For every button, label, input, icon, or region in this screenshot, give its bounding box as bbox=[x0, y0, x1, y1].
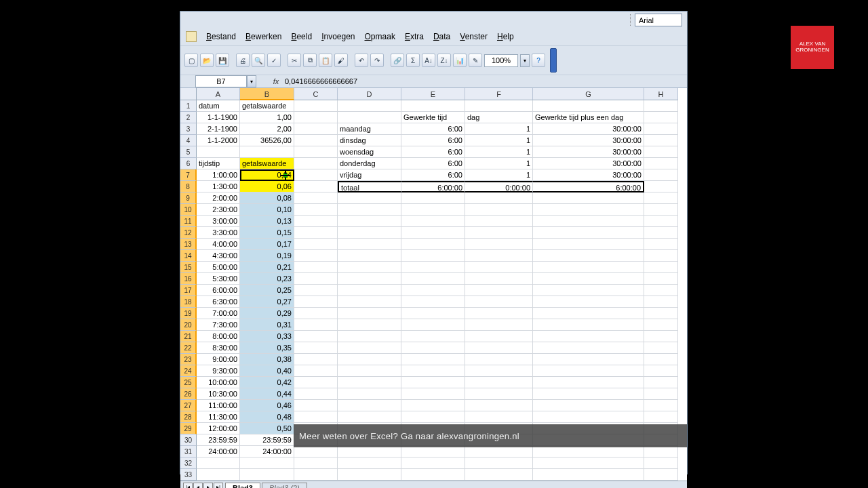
cell-B26[interactable]: 0,44 bbox=[240, 388, 294, 400]
cell-D8[interactable]: totaal bbox=[338, 181, 401, 192]
cell-F33[interactable] bbox=[465, 469, 533, 481]
cell-C1[interactable] bbox=[294, 100, 338, 112]
cell-A8[interactable]: 1:30:00 bbox=[197, 181, 240, 192]
cell-B4[interactable]: 36526,00 bbox=[240, 135, 294, 146]
cell-G18[interactable] bbox=[533, 296, 644, 308]
cell-D22[interactable] bbox=[338, 342, 401, 354]
cell-A12[interactable]: 3:30:00 bbox=[197, 227, 240, 239]
cell-E26[interactable] bbox=[401, 388, 465, 400]
cell-B19[interactable]: 0,29 bbox=[240, 308, 294, 319]
row-header-10[interactable]: 10 bbox=[180, 204, 197, 216]
cell-F31[interactable] bbox=[465, 446, 533, 458]
paste-button[interactable]: 📋 bbox=[319, 54, 332, 67]
cell-A5[interactable] bbox=[197, 146, 240, 158]
cell-E12[interactable] bbox=[401, 227, 465, 239]
cell-F20[interactable] bbox=[465, 319, 533, 331]
cell-F12[interactable] bbox=[465, 227, 533, 239]
cell-B3[interactable]: 2,00 bbox=[240, 123, 294, 135]
grid[interactable]: ABCDEFGH 1datumgetalswaarde21-1-19001,00… bbox=[180, 88, 687, 481]
preview-button[interactable]: 🔍 bbox=[252, 54, 265, 67]
cell-E28[interactable] bbox=[401, 411, 465, 423]
cell-G6[interactable]: 30:00:00 bbox=[533, 158, 644, 169]
cell-A1[interactable]: datum bbox=[197, 100, 240, 112]
cell-B11[interactable]: 0,13 bbox=[240, 216, 294, 227]
cell-E23[interactable] bbox=[401, 354, 465, 365]
cell-C15[interactable] bbox=[294, 262, 338, 273]
cell-H24[interactable] bbox=[644, 365, 678, 377]
tab-nav-prev[interactable]: ◂ bbox=[193, 483, 203, 489]
cell-D19[interactable] bbox=[338, 308, 401, 319]
cell-B28[interactable]: 0,48 bbox=[240, 411, 294, 423]
cell-H19[interactable] bbox=[644, 308, 678, 319]
cell-F19[interactable] bbox=[465, 308, 533, 319]
cell-C3[interactable] bbox=[294, 123, 338, 135]
menu-extra[interactable]: Extra bbox=[401, 30, 428, 43]
select-all-corner[interactable] bbox=[180, 88, 197, 100]
cell-A22[interactable]: 8:30:00 bbox=[197, 342, 240, 354]
cell-D24[interactable] bbox=[338, 365, 401, 377]
cell-B31[interactable]: 24:00:00 bbox=[240, 446, 294, 458]
cell-D23[interactable] bbox=[338, 354, 401, 365]
cell-E15[interactable] bbox=[401, 262, 465, 273]
cell-G15[interactable] bbox=[533, 262, 644, 273]
cell-A33[interactable] bbox=[197, 469, 240, 481]
cell-E4[interactable]: 6:00 bbox=[401, 135, 465, 146]
row-header-22[interactable]: 22 bbox=[180, 342, 197, 354]
cell-D33[interactable] bbox=[338, 469, 401, 481]
cell-E31[interactable] bbox=[401, 446, 465, 458]
cell-A16[interactable]: 5:30:00 bbox=[197, 273, 240, 285]
row-header-2[interactable]: 2 bbox=[180, 112, 197, 123]
tab-inactive[interactable]: Blad3 (2) bbox=[262, 483, 307, 488]
cell-C7[interactable] bbox=[294, 169, 338, 181]
cell-C9[interactable] bbox=[294, 192, 338, 204]
menu-opmaak[interactable]: Opmaak bbox=[361, 30, 399, 43]
row-header-25[interactable]: 25 bbox=[180, 377, 197, 388]
cell-D25[interactable] bbox=[338, 377, 401, 388]
cell-B30[interactable]: 23:59:59 bbox=[240, 434, 294, 446]
cell-E14[interactable] bbox=[401, 250, 465, 262]
cell-C14[interactable] bbox=[294, 250, 338, 262]
row-header-23[interactable]: 23 bbox=[180, 354, 197, 365]
cell-G17[interactable] bbox=[533, 285, 644, 296]
menu-invoegen[interactable]: Invoegen bbox=[317, 30, 359, 43]
cell-D1[interactable] bbox=[338, 100, 401, 112]
cell-D13[interactable] bbox=[338, 239, 401, 250]
cell-E3[interactable]: 6:00 bbox=[401, 123, 465, 135]
cell-A2[interactable]: 1-1-1900 bbox=[197, 112, 240, 123]
cell-G8[interactable]: 6:00:00 bbox=[533, 181, 644, 192]
cell-D31[interactable] bbox=[338, 446, 401, 458]
col-header-G[interactable]: G bbox=[533, 88, 644, 100]
cell-E17[interactable] bbox=[401, 285, 465, 296]
cell-D11[interactable] bbox=[338, 216, 401, 227]
cell-D4[interactable]: dinsdag bbox=[338, 135, 401, 146]
cell-H15[interactable] bbox=[644, 262, 678, 273]
cell-F24[interactable] bbox=[465, 365, 533, 377]
cell-E7[interactable]: 6:00 bbox=[401, 169, 465, 181]
row-header-32[interactable]: 32 bbox=[180, 458, 197, 469]
cell-B9[interactable]: 0,08 bbox=[240, 192, 294, 204]
cell-D7[interactable]: vrijdag bbox=[338, 169, 401, 181]
row-header-20[interactable]: 20 bbox=[180, 319, 197, 331]
cell-B17[interactable]: 0,25 bbox=[240, 285, 294, 296]
cell-E6[interactable]: 6:00 bbox=[401, 158, 465, 169]
cell-A10[interactable]: 2:30:00 bbox=[197, 204, 240, 216]
link-button[interactable]: 🔗 bbox=[391, 54, 404, 67]
cell-C17[interactable] bbox=[294, 285, 338, 296]
cell-E1[interactable] bbox=[401, 100, 465, 112]
col-header-E[interactable]: E bbox=[401, 88, 465, 100]
cell-B13[interactable]: 0,17 bbox=[240, 239, 294, 250]
row-header-31[interactable]: 31 bbox=[180, 446, 197, 458]
row-header-26[interactable]: 26 bbox=[180, 388, 197, 400]
cell-B24[interactable]: 0,40 bbox=[240, 365, 294, 377]
row-header-17[interactable]: 17 bbox=[180, 285, 197, 296]
cell-H28[interactable] bbox=[644, 411, 678, 423]
cell-D28[interactable] bbox=[338, 411, 401, 423]
cell-B14[interactable]: 0,19 bbox=[240, 250, 294, 262]
cell-G9[interactable] bbox=[533, 192, 644, 204]
cell-B12[interactable]: 0,15 bbox=[240, 227, 294, 239]
cell-A3[interactable]: 2-1-1900 bbox=[197, 123, 240, 135]
cell-G11[interactable] bbox=[533, 216, 644, 227]
cell-G25[interactable] bbox=[533, 377, 644, 388]
cell-C27[interactable] bbox=[294, 400, 338, 411]
cell-F10[interactable] bbox=[465, 204, 533, 216]
